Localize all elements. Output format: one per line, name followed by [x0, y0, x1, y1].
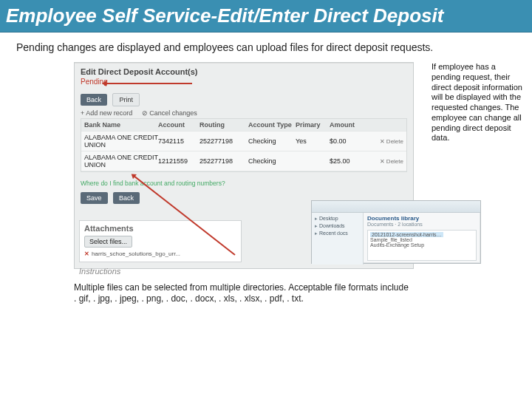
sidebar-item[interactable]: Recent docs — [315, 230, 360, 237]
sidebar-item[interactable]: Desktop — [315, 215, 360, 222]
select-files-button[interactable]: Select files... — [84, 236, 132, 248]
panel-title: Edit Direct Deposit Account(s) — [81, 67, 407, 76]
cell-type: Checking — [248, 137, 296, 145]
side-annotation: If employee has a pending request, their… — [432, 62, 526, 143]
file-item[interactable]: 20121012-screenshot-harris… — [370, 232, 443, 237]
cell-account: 7342115 — [158, 137, 200, 145]
intro-text: Pending changes are displayed and employ… — [0, 33, 532, 58]
col-routing: Routing — [200, 121, 248, 129]
cell-account: 12121559 — [158, 157, 200, 165]
col-primary: Primary — [296, 121, 330, 129]
table-row[interactable]: ALABAMA ONE CREDIT UNION 12121559 252277… — [81, 151, 406, 171]
subtoolbar: + Add new record ⊘ Cancel changes — [81, 109, 407, 117]
back-button[interactable]: Back — [81, 94, 107, 106]
delete-link[interactable]: ✕ Delete — [362, 138, 403, 145]
add-record-link[interactable]: + Add new record — [81, 109, 132, 117]
col-amount: Amount — [330, 121, 362, 129]
file-item[interactable]: Audits-Exchange Setup — [370, 242, 474, 248]
file-list[interactable]: 20121012-screenshot-harris… Sample_file_… — [367, 230, 477, 261]
library-subtitle: Documents · 2 locations — [367, 222, 477, 227]
cell-bank: ALABAMA ONE CREDIT UNION — [84, 154, 158, 168]
remove-file-icon[interactable]: ✕ — [84, 250, 89, 257]
attached-file: ✕ harris_schoe_solutions_bgo_urr... — [84, 250, 236, 257]
caption-line: . gif, . jpg, . jpeg, . png, . doc, . do… — [74, 293, 443, 304]
bottom-caption: Multiple files can be selected from mult… — [74, 282, 443, 304]
cell-routing: 252277198 — [200, 157, 248, 165]
file-dialog[interactable]: Desktop Downloads Recent docs Documents … — [311, 200, 481, 264]
save-button[interactable]: Save — [81, 192, 108, 204]
help-link[interactable]: Where do I find bank account and routing… — [81, 180, 407, 187]
caption-line: Multiple files can be selected from mult… — [74, 282, 443, 293]
table-row[interactable]: ALABAMA ONE CREDIT UNION 7342115 2522771… — [81, 132, 406, 151]
stage: Edit Direct Deposit Account(s) Pending B… — [0, 58, 532, 375]
cell-type: Checking — [248, 157, 296, 165]
col-bank: Bank Name — [84, 121, 158, 129]
col-account: Account — [158, 121, 200, 129]
dialog-body: Desktop Downloads Recent docs Documents … — [312, 213, 480, 265]
file-item[interactable]: Sample_file_listed — [370, 237, 474, 242]
table-header: Bank Name Account Routing Account Type P… — [81, 119, 406, 132]
cell-amount: $25.00 — [330, 157, 362, 165]
cell-bank: ALABAMA ONE CREDIT UNION — [84, 134, 158, 149]
dialog-sidebar: Desktop Downloads Recent docs — [312, 213, 364, 265]
dialog-titlebar — [312, 201, 480, 213]
deposit-table: Bank Name Account Routing Account Type P… — [81, 118, 407, 172]
cell-routing: 252277198 — [200, 137, 248, 145]
callout-arrow — [103, 83, 192, 84]
cancel-changes-link[interactable]: ⊘ Cancel changes — [142, 109, 197, 117]
col-type: Account Type — [248, 121, 296, 129]
cell-amount: $0.00 — [330, 137, 362, 145]
dialog-main: Documents library Documents · 2 location… — [364, 213, 480, 265]
instructions-heading: Instructions — [79, 267, 120, 276]
page-title: Employee Self Service-Edit/Enter Direct … — [0, 0, 532, 33]
file-name: harris_schoe_solutions_bgo_urr... — [92, 250, 180, 257]
cell-primary: Yes — [296, 137, 330, 145]
attachments-heading: Attachments — [84, 224, 236, 233]
toolbar: Back Print — [81, 92, 407, 106]
back-button-lower[interactable]: Back — [113, 192, 140, 204]
print-button[interactable]: Print — [112, 93, 140, 106]
sidebar-item[interactable]: Downloads — [315, 222, 360, 230]
library-title: Documents library — [367, 215, 477, 222]
delete-link[interactable]: ✕ Delete — [362, 158, 403, 165]
app-screenshot: Edit Direct Deposit Account(s) Pending B… — [74, 62, 414, 269]
